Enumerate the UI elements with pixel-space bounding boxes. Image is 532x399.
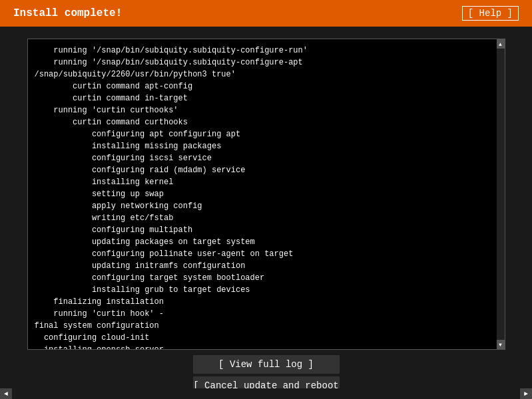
scroll-track bbox=[12, 388, 520, 399]
header-title: Install complete! bbox=[13, 7, 122, 19]
view-log-button[interactable]: [ View full log ] bbox=[193, 355, 340, 374]
scroll-left-button[interactable]: ◄ bbox=[0, 388, 12, 399]
main-area: running '/snap/bin/subiquity.subiquity-c… bbox=[0, 27, 532, 399]
log-terminal: running '/snap/bin/subiquity.subiquity-c… bbox=[27, 39, 505, 350]
help-button[interactable]: [ Help ] bbox=[462, 6, 519, 21]
header-bar: Install complete! [ Help ] bbox=[0, 0, 532, 27]
horizontal-scrollbar[interactable]: ◄ ► bbox=[0, 388, 532, 399]
log-content: running '/snap/bin/subiquity.subiquity-c… bbox=[35, 45, 498, 350]
vertical-scrollbar[interactable]: ▲ ▼ bbox=[497, 39, 505, 349]
scroll-up-button[interactable]: ▲ bbox=[497, 39, 505, 49]
scroll-down-button[interactable]: ▼ bbox=[497, 340, 505, 349]
scroll-right-button[interactable]: ► bbox=[520, 388, 532, 399]
